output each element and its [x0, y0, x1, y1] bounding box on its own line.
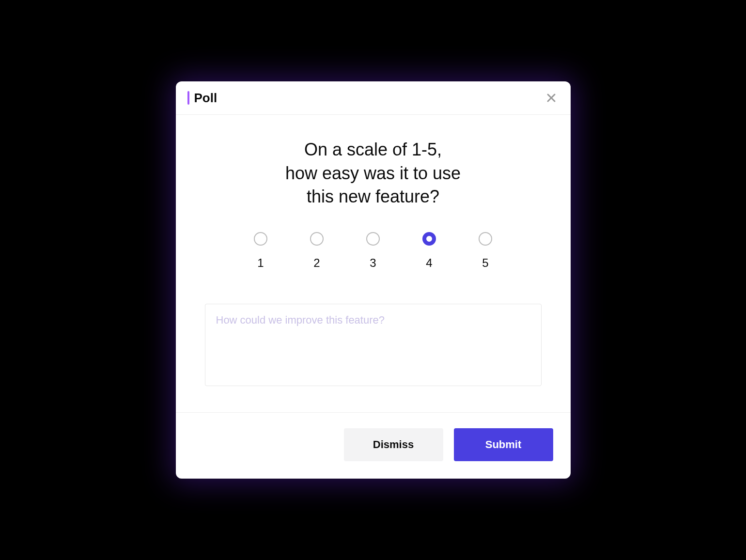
rating-option-2[interactable]: 2	[310, 232, 324, 270]
modal-body: On a scale of 1-5, how easy was it to us…	[176, 115, 571, 412]
rating-label: 2	[313, 256, 320, 270]
rating-label: 3	[370, 256, 376, 270]
rating-label: 5	[482, 256, 488, 270]
poll-question: On a scale of 1-5, how easy was it to us…	[205, 138, 542, 209]
rating-option-5[interactable]: 5	[479, 232, 492, 270]
radio-icon	[366, 232, 380, 246]
title-accent-bar	[187, 91, 189, 105]
rating-option-1[interactable]: 1	[254, 232, 267, 270]
modal-title-group: Poll	[187, 91, 218, 106]
rating-option-4[interactable]: 4	[422, 232, 436, 270]
rating-option-3[interactable]: 3	[366, 232, 380, 270]
dismiss-button[interactable]: Dismiss	[344, 428, 443, 461]
close-button[interactable]	[544, 90, 559, 106]
modal-footer: Dismiss Submit	[176, 412, 571, 479]
close-icon	[545, 92, 557, 104]
feedback-input[interactable]	[205, 304, 542, 386]
submit-button[interactable]: Submit	[454, 428, 553, 461]
radio-icon-selected	[422, 232, 436, 246]
rating-label: 4	[426, 256, 432, 270]
modal-header: Poll	[176, 81, 571, 115]
poll-modal: Poll On a scale of 1-5, how easy was it …	[176, 81, 571, 479]
radio-icon	[310, 232, 324, 246]
modal-title: Poll	[194, 91, 218, 106]
radio-icon	[479, 232, 492, 246]
rating-scale: 1 2 3 4 5	[205, 232, 542, 270]
radio-icon	[254, 232, 267, 246]
rating-label: 1	[257, 256, 264, 270]
